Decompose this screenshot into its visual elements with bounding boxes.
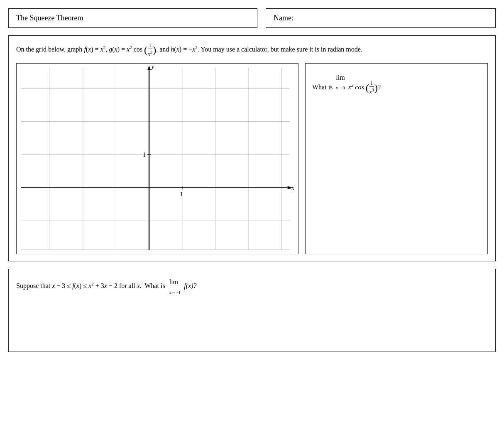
open-paren-2: (	[366, 82, 369, 93]
header-row: The Squeeze Theorem Name:	[8, 8, 496, 28]
name-box: Name:	[266, 8, 496, 28]
title-box: The Squeeze Theorem	[8, 8, 257, 28]
graph-container: x y 1 1	[16, 63, 298, 254]
graph-svg: x y 1 1	[17, 64, 298, 254]
fraction-numerator: 1	[148, 42, 152, 49]
fraction-1: 1x3	[148, 42, 152, 57]
bottom-section: Suppose that x − 3 ≤ f(x) ≤ x2 + 3x − 2 …	[8, 269, 496, 352]
lim2-container: lim x→−1	[169, 276, 181, 297]
question-box: What is lim x→0 x2 cos (1x3)?	[305, 63, 488, 254]
fraction-denominator: x3	[148, 49, 152, 57]
svg-text:1: 1	[180, 191, 183, 197]
lim-frac-den: x3	[369, 87, 374, 95]
graph-and-question: x y 1 1 What is lim x→0 x2 cos	[16, 63, 488, 254]
lim2-function: f(x)?	[184, 282, 196, 289]
svg-text:x: x	[291, 185, 295, 191]
svg-text:1: 1	[143, 152, 146, 158]
page-title: The Squeeze Theorem	[16, 14, 83, 22]
lim-function: x2 cos	[348, 84, 364, 91]
close-paren-2: )	[374, 82, 378, 93]
name-label: Name:	[274, 14, 294, 22]
lim2-word: lim	[169, 276, 181, 288]
open-paren-1: (	[144, 44, 147, 55]
instructions-part2: , and h(x) = −x2. You may use a calculat…	[156, 46, 362, 53]
lim-word: lim	[336, 72, 345, 84]
lim-subscript: x→0	[336, 84, 345, 92]
instructions: On the grid below, graph f(x) = x2, g(x)…	[16, 42, 488, 57]
bottom-text: Suppose that x − 3 ≤ f(x) ≤ x2 + 3x − 2 …	[16, 282, 197, 289]
lim-frac-num: 1	[369, 80, 374, 87]
main-section: On the grid below, graph f(x) = x2, g(x)…	[8, 35, 496, 261]
svg-marker-17	[147, 66, 151, 70]
lim-container: lim x→0	[336, 72, 345, 92]
question-text: What is lim x→0 x2 cos (1x3)?	[312, 84, 381, 91]
instructions-part1: On the grid below, graph f(x) = x2, g(x)…	[16, 46, 142, 53]
lim2-subscript: x→−1	[169, 288, 181, 297]
fraction-2: 1x3	[369, 80, 374, 95]
svg-text:y: y	[151, 64, 154, 70]
